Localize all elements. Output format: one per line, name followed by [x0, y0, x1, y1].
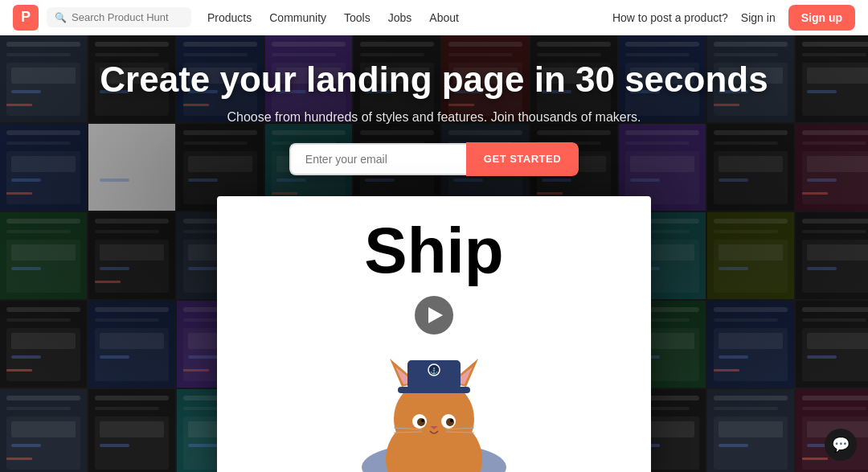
nav-jobs[interactable]: Jobs	[388, 11, 412, 24]
nav-community[interactable]: Community	[269, 11, 326, 24]
chat-icon: 💬	[832, 436, 850, 454]
search-input[interactable]	[72, 11, 183, 23]
tile	[0, 389, 87, 472]
sign-up-button[interactable]: Sign up	[788, 5, 855, 31]
tile	[88, 212, 175, 299]
svg-point-16	[450, 419, 453, 422]
video-title: Ship	[217, 196, 651, 283]
search-icon: 🔍	[55, 12, 67, 23]
nav-links: Products Community Tools Jobs About	[207, 11, 612, 24]
nav-tools[interactable]: Tools	[344, 11, 371, 24]
logo[interactable]: P	[13, 5, 39, 31]
svg-point-14	[446, 418, 454, 426]
get-started-button[interactable]: GET STARTED	[466, 142, 579, 176]
nav-right: How to post a product? Sign in Sign up	[612, 5, 855, 31]
hero-subtitle: Choose from hundreds of styles and featu…	[227, 110, 641, 125]
hero-title: Create your landing page in 30 seconds	[100, 60, 768, 101]
nav-about[interactable]: About	[429, 11, 459, 24]
tile	[796, 301, 868, 388]
svg-text:⚓: ⚓	[430, 367, 438, 375]
how-to-post-link[interactable]: How to post a product?	[612, 11, 728, 24]
tile	[0, 301, 87, 388]
tile	[707, 389, 794, 472]
cat-illustration: ⚓	[217, 343, 651, 472]
tile	[707, 301, 794, 388]
hero-content: Create your landing page in 30 seconds C…	[0, 35, 868, 199]
sign-in-link[interactable]: Sign in	[741, 11, 776, 24]
play-button[interactable]	[415, 296, 453, 335]
email-input[interactable]	[289, 143, 466, 175]
nav-products[interactable]: Products	[207, 11, 252, 24]
cat-svg: ⚓	[346, 343, 522, 472]
search-box[interactable]: 🔍	[47, 7, 191, 27]
hero-form: GET STARTED	[289, 142, 579, 176]
chat-bubble-button[interactable]: 💬	[825, 429, 857, 461]
svg-point-13	[417, 418, 425, 426]
play-button-area	[217, 296, 651, 335]
tile	[88, 301, 175, 388]
svg-point-15	[421, 419, 424, 422]
tile	[0, 212, 87, 299]
video-box: Ship ⚓	[217, 196, 651, 472]
tile	[796, 212, 868, 299]
tile	[707, 212, 794, 299]
tile	[88, 389, 175, 472]
navbar: P 🔍 Products Community Tools Jobs About …	[0, 0, 868, 35]
